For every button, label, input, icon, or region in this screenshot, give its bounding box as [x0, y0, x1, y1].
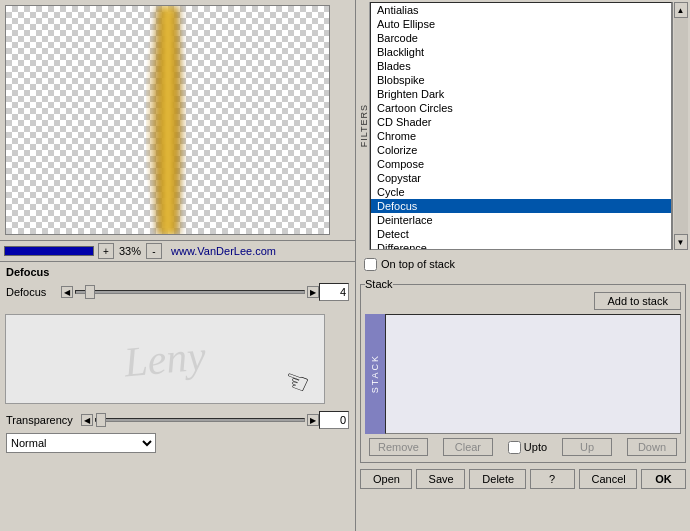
defocus-slider-row: Defocus ◀ ▶ 4: [6, 281, 349, 303]
filters-vertical-label: FILTERS: [358, 2, 370, 250]
transparency-value-input[interactable]: 0: [319, 411, 349, 429]
stack-fieldset: Stack Add to stack STACK Remove Clear Up…: [360, 278, 686, 463]
filter-item-blacklight[interactable]: Blacklight: [371, 45, 671, 59]
stack-header: Add to stack: [365, 292, 681, 310]
left-panel: + 33% - www.VanDerLee.com Defocus Defocu…: [0, 0, 355, 531]
defocus-slider[interactable]: [75, 290, 305, 294]
filter-item-auto-ellipse[interactable]: Auto Ellipse: [371, 17, 671, 31]
ok-button[interactable]: OK: [641, 469, 686, 489]
stack-sidebar-label: STACK: [370, 354, 380, 393]
filter-item-cycle[interactable]: Cycle: [371, 185, 671, 199]
scroll-track[interactable]: [674, 18, 688, 234]
transparency-arrow-left[interactable]: ◀: [81, 414, 93, 426]
filter-item-difference[interactable]: Difference: [371, 241, 671, 250]
filter-item-antialias[interactable]: Antialias: [371, 3, 671, 17]
filter-list: Antialias Auto Ellipse Barcode Blackligh…: [371, 3, 671, 250]
clear-button[interactable]: Clear: [443, 438, 493, 456]
blend-mode-select[interactable]: Normal Multiply Screen Overlay Darken Li…: [6, 433, 156, 453]
zoom-bar: + 33% - www.VanDerLee.com: [0, 240, 355, 262]
open-button[interactable]: Open: [360, 469, 412, 489]
stack-content-area: [385, 314, 681, 434]
defocus-label: Defocus: [6, 286, 61, 298]
filter-item-blades[interactable]: Blades: [371, 59, 671, 73]
stack-actions: Remove Clear Upto Up Down: [365, 434, 681, 460]
transparency-row: Transparency ◀ ▶ 0: [0, 409, 355, 431]
up-button[interactable]: Up: [562, 438, 612, 456]
scroll-up-button[interactable]: ▲: [674, 2, 688, 18]
signature-text: Leny: [122, 332, 208, 387]
filters-label-text: FILTERS: [357, 102, 371, 149]
cancel-button[interactable]: Cancel: [579, 469, 638, 489]
scroll-down-button[interactable]: ▼: [674, 234, 688, 250]
on-top-row: On top of stack: [356, 252, 690, 276]
filter-item-brighten-dark[interactable]: Brighten Dark: [371, 87, 671, 101]
filter-item-blobspike[interactable]: Blobspike: [371, 73, 671, 87]
filter-list-scroll[interactable]: Antialias Auto Ellipse Barcode Blackligh…: [370, 2, 672, 250]
on-top-label: On top of stack: [381, 258, 455, 270]
canvas-gradient-bar: [156, 6, 180, 235]
stack-legend: Stack: [365, 278, 393, 290]
filter-item-colorize[interactable]: Colorize: [371, 143, 671, 157]
remove-button[interactable]: Remove: [369, 438, 428, 456]
upto-row: Upto: [508, 438, 547, 456]
filter-list-area: FILTERS Antialias Auto Ellipse Barcode B…: [358, 2, 688, 250]
help-button[interactable]: ?: [530, 469, 575, 489]
transparency-arrow-right[interactable]: ▶: [307, 414, 319, 426]
canvas-area: [5, 5, 330, 235]
defocus-value-input[interactable]: 4: [319, 283, 349, 301]
upto-checkbox[interactable]: [508, 441, 521, 454]
add-to-stack-button[interactable]: Add to stack: [594, 292, 681, 310]
defocus-arrow-left[interactable]: ◀: [61, 286, 73, 298]
blend-mode-row: Normal Multiply Screen Overlay Darken Li…: [0, 431, 355, 455]
stack-list-area: STACK: [365, 314, 681, 434]
main-container: + 33% - www.VanDerLee.com Defocus Defocu…: [0, 0, 690, 531]
filter-item-cd-shader[interactable]: CD Shader: [371, 115, 671, 129]
filter-item-copystar[interactable]: Copystar: [371, 171, 671, 185]
save-button[interactable]: Save: [416, 469, 466, 489]
filter-item-detect[interactable]: Detect: [371, 227, 671, 241]
zoom-level: 33%: [119, 245, 141, 257]
filter-item-cartoon-circles[interactable]: Cartoon Circles: [371, 101, 671, 115]
website-url: www.VanDerLee.com: [171, 245, 276, 257]
signature-area: Leny ☞: [5, 314, 325, 404]
on-top-checkbox[interactable]: [364, 258, 377, 271]
filter-name-label: Defocus: [6, 266, 349, 278]
transparency-label: Transparency: [6, 414, 81, 426]
filter-item-compose[interactable]: Compose: [371, 157, 671, 171]
hand-cursor-icon: ☞: [279, 362, 314, 402]
down-button[interactable]: Down: [627, 438, 677, 456]
bottom-buttons: Open Save Delete ? Cancel OK: [356, 465, 690, 493]
zoom-out-button[interactable]: -: [146, 243, 162, 259]
right-panel: FILTERS Antialias Auto Ellipse Barcode B…: [355, 0, 690, 531]
transparency-slider[interactable]: [95, 418, 305, 422]
defocus-arrow-right[interactable]: ▶: [307, 286, 319, 298]
filter-list-scrollbar: ▲ ▼: [672, 2, 688, 250]
filter-item-defocus[interactable]: Defocus: [371, 199, 671, 213]
stack-sidebar: STACK: [365, 314, 385, 434]
defocus-slider-track: ◀ ▶ 4: [61, 283, 349, 301]
filter-item-barcode[interactable]: Barcode: [371, 31, 671, 45]
delete-button[interactable]: Delete: [469, 469, 525, 489]
zoom-in-button[interactable]: +: [98, 243, 114, 259]
filter-item-deinterlace[interactable]: Deinterlace: [371, 213, 671, 227]
zoom-progress-bar: [4, 246, 94, 256]
filter-section: Defocus Defocus ◀ ▶ 4: [0, 262, 355, 309]
filter-item-chrome[interactable]: Chrome: [371, 129, 671, 143]
upto-label: Upto: [524, 441, 547, 453]
